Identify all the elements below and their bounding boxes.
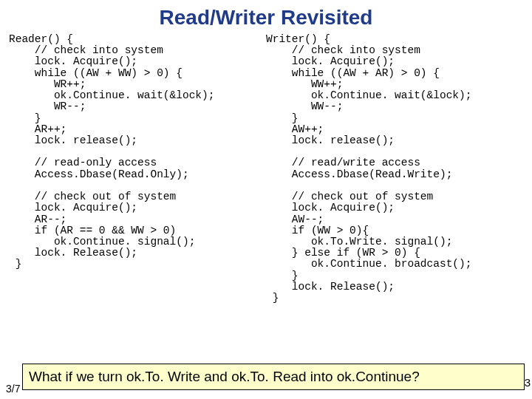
code-columns: Reader() { // check into system lock. Ac… <box>0 34 532 304</box>
question-callout: What if we turn ok.To. Write and ok.To. … <box>22 364 525 390</box>
page-number: 3/7 <box>6 383 20 395</box>
writer-code-block: Writer() { // check into system lock. Ac… <box>266 34 523 304</box>
right-fragment: 3 <box>525 376 531 389</box>
slide-title: Read/Writer Revisited <box>0 0 532 34</box>
reader-code-block: Reader() { // check into system lock. Ac… <box>9 34 266 304</box>
